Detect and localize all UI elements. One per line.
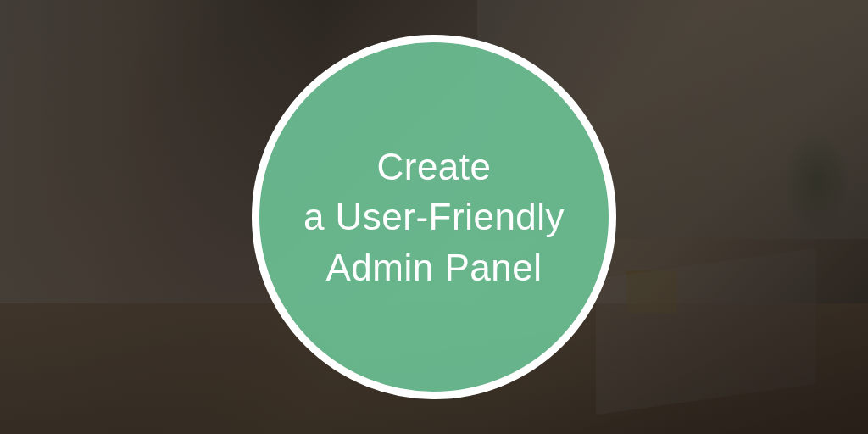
title-line-1: Create — [303, 142, 565, 192]
title-badge: Create a User-Friendly Admin Panel — [252, 35, 616, 399]
title-text: Create a User-Friendly Admin Panel — [287, 125, 581, 309]
title-line-3: Admin Panel — [303, 242, 565, 292]
title-line-2: a User-Friendly — [303, 192, 565, 242]
